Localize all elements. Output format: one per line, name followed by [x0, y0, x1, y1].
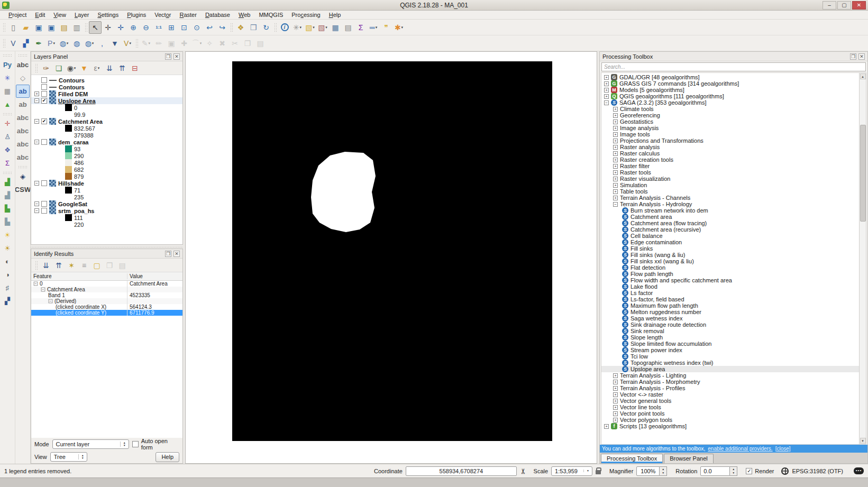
scroll-up-icon[interactable]: ▲ [860, 73, 866, 79]
add-feature-icon[interactable]: ✚ [178, 37, 190, 50]
close-button[interactable]: ✕ [852, 1, 866, 10]
tree-expander-icon[interactable]: − [34, 98, 39, 103]
select-features-icon[interactable]: ▧▾ [304, 21, 316, 34]
tree-expander-icon[interactable]: + [613, 418, 618, 422]
add-wcs-layer-icon[interactable]: ◍ [70, 37, 83, 50]
tree-expander-icon[interactable]: + [613, 170, 618, 175]
tree-expander-icon[interactable]: − [34, 119, 39, 124]
tree-expander-icon[interactable]: − [604, 100, 609, 105]
metasearch-csw-icon[interactable]: CSW [15, 183, 31, 196]
menu-item-mmqgis[interactable]: MMQGIS [254, 11, 287, 19]
layer-item[interactable]: −Hillshade [31, 180, 182, 187]
tree-expander-icon[interactable]: + [613, 120, 618, 124]
node-tool-icon[interactable]: ✧ [203, 37, 216, 50]
toolbox-algorithm[interactable]: SFlow width and specific catchment area [601, 277, 859, 283]
notice-close-link[interactable]: [close] [775, 446, 791, 452]
tree-expander-icon[interactable]: + [613, 399, 618, 403]
spin-arrows-icon[interactable]: ▲▼ [730, 466, 737, 476]
tree-expander-icon[interactable]: + [613, 145, 618, 150]
toolbox-group[interactable]: +Raster tools [601, 169, 859, 176]
enable-providers-link[interactable]: enable additional providers. [708, 446, 772, 452]
decrease-contrast-icon[interactable]: ◑ [1, 268, 14, 281]
toolbox-group[interactable]: +Image tools [601, 131, 859, 137]
auto-open-form-checkbox[interactable] [132, 441, 139, 447]
geometry-checker-icon[interactable]: ❖ [1, 143, 14, 157]
tree-expander-icon[interactable]: + [613, 386, 618, 391]
touch-zoom-pan-icon[interactable]: ↖ [89, 21, 102, 34]
expand-all-icon[interactable]: ⇊ [104, 62, 115, 74]
toolbox-algorithm[interactable]: SSlope length [601, 334, 859, 341]
tree-expander-icon[interactable]: + [613, 139, 618, 143]
expand-new-results-icon[interactable]: ✶ [66, 260, 77, 271]
toolbox-algorithm[interactable]: SCatchment area (flow tracing) [601, 220, 859, 226]
crs-label[interactable]: EPSG:31982 (OTF) [792, 468, 843, 474]
layer-visibility-checkbox[interactable]: ✔ [41, 98, 47, 104]
composer-manager-icon[interactable]: ▥ [70, 21, 83, 34]
map-tips-icon[interactable]: ❞ [380, 21, 392, 34]
add-delimited-text-icon[interactable]: , [96, 37, 108, 50]
cut-features-icon[interactable]: ✂ [229, 37, 241, 50]
tree-expander-icon[interactable]: + [613, 392, 618, 397]
scroll-down-icon[interactable]: ▼ [860, 438, 866, 444]
toolbar-grip[interactable] [274, 23, 277, 32]
local-histogram-stretch-icon[interactable]: ▟ [1, 176, 14, 189]
toolbar-grip[interactable] [3, 23, 5, 32]
scale-combobox[interactable]: 1:53,959 ▼ [551, 466, 592, 476]
toolbox-group[interactable]: +Vector point tools [601, 410, 859, 417]
tree-expander-icon[interactable]: + [613, 164, 618, 169]
add-vector-layer-icon[interactable]: V [7, 37, 20, 50]
local-cumulative-stretch-icon[interactable]: ▙ [1, 202, 14, 215]
toolbox-group[interactable]: +Raster analysis [601, 144, 859, 150]
layer-item[interactable]: −✔Upslope Area [31, 97, 182, 104]
circular-curve-icon[interactable]: ⌒▾ [190, 37, 203, 50]
statistical-summary-icon[interactable]: Σ [354, 21, 367, 34]
graphical-modeler-icon[interactable]: ✳ [1, 71, 14, 85]
identify-panel-float-button[interactable]: ❐ [165, 251, 171, 257]
paste-features-icon[interactable]: ▤ [254, 37, 267, 50]
pan-to-selection-icon[interactable]: ✛ [114, 21, 127, 34]
show-bookmarks-icon[interactable]: ❒ [247, 21, 260, 34]
toolbox-algorithm[interactable]: SSink removal [601, 328, 859, 334]
new-annotation-icon[interactable]: ✱▾ [392, 21, 405, 34]
toolbar-grip[interactable] [3, 39, 5, 48]
filter-legend-icon[interactable]: ▼ [78, 62, 90, 74]
layer-visibility-checkbox[interactable] [41, 91, 47, 97]
toolbox-group[interactable]: +Image analysis [601, 125, 859, 131]
tree-expander-icon[interactable]: + [613, 183, 618, 188]
minimize-button[interactable]: – [823, 1, 836, 10]
menu-item-raster[interactable]: Raster [175, 11, 200, 19]
tree-expander-icon[interactable]: − [34, 140, 39, 144]
toolbox-group[interactable]: +GGDAL/OGR [48 geoalgorithms] [601, 74, 859, 80]
map-canvas[interactable] [185, 51, 597, 464]
layer-labeling-icon[interactable]: abc [16, 58, 30, 71]
toolbox-search-input[interactable] [601, 62, 866, 71]
toolbox-group[interactable]: +Georeferencing [601, 112, 859, 118]
print-results-icon[interactable]: ▤ [116, 260, 128, 271]
increase-brightness-icon[interactable]: ☀ [1, 228, 14, 242]
toolbar-grip[interactable] [3, 113, 12, 115]
layer-visibility-checkbox[interactable] [41, 180, 47, 186]
show-hidden-labels-icon[interactable]: abc [16, 111, 30, 124]
identify-result-row[interactable]: (clicked coordinate Y)6711776.9 [31, 310, 182, 316]
add-raster-layer-icon[interactable]: ▞ [20, 37, 32, 50]
tree-expander-icon[interactable]: + [613, 126, 618, 131]
zoom-next-icon[interactable]: ↪ [216, 21, 229, 34]
tree-expander-icon[interactable]: + [613, 411, 618, 416]
toolbox-group[interactable]: +Raster filter [601, 163, 859, 169]
toolbox-algorithm[interactable]: SBurn stream network into dem [601, 207, 859, 214]
open-layer-styling-icon[interactable]: ✑ [40, 62, 52, 74]
toolbox-algorithm[interactable]: SStream power index [601, 347, 859, 353]
tree-expander-icon[interactable]: + [604, 94, 609, 99]
layer-item[interactable]: −GoogleSat [31, 200, 182, 207]
new-print-composer-icon[interactable]: ▤ [58, 21, 70, 34]
add-group-icon[interactable]: ❏ [53, 62, 65, 74]
change-label-icon[interactable]: abc [16, 151, 30, 164]
layers-panel-float-button[interactable]: ❐ [165, 53, 171, 60]
layer-visibility-checkbox[interactable] [41, 208, 47, 214]
render-checkbox[interactable]: ✓ [746, 468, 752, 474]
new-shapefile-layer-icon[interactable]: ✒ [32, 37, 45, 50]
terrain-analysis-icon[interactable]: ▲ [1, 98, 14, 111]
new-bookmark-icon[interactable]: ❖ [234, 21, 247, 34]
toolbox-group[interactable]: +Terrain Analysis - Lighting [601, 372, 859, 379]
tree-expander-icon[interactable]: + [604, 88, 609, 93]
